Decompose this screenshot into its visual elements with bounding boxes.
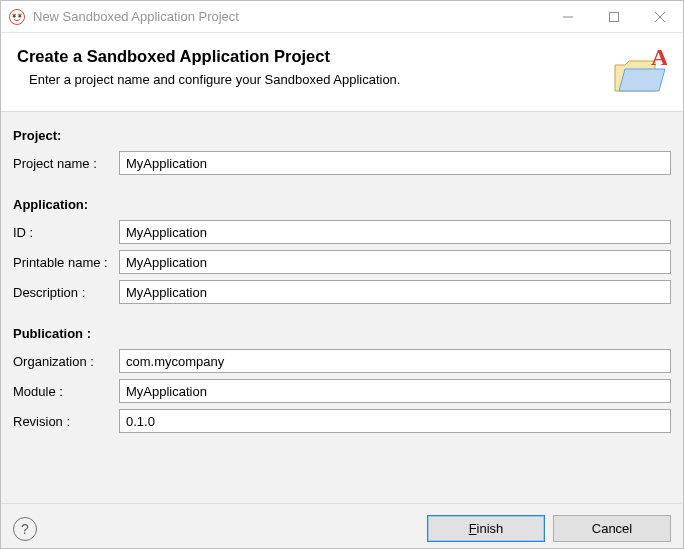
cancel-button[interactable]: Cancel — [553, 515, 671, 542]
app-description-label: Description : — [13, 285, 119, 300]
row-app-id: ID : — [13, 220, 671, 244]
project-name-label: Project name : — [13, 156, 119, 171]
row-pub-org: Organization : — [13, 349, 671, 373]
app-id-input[interactable] — [119, 220, 671, 244]
maximize-button[interactable] — [591, 1, 637, 32]
svg-rect-3 — [12, 13, 16, 14]
window-controls — [545, 1, 683, 32]
svg-point-0 — [10, 9, 25, 24]
help-button[interactable]: ? — [13, 517, 37, 541]
svg-point-2 — [18, 14, 21, 17]
window-title: New Sandboxed Application Project — [33, 9, 545, 24]
wizard-header: Create a Sandboxed Application Project E… — [1, 33, 683, 112]
app-printable-input[interactable] — [119, 250, 671, 274]
finish-label-rest: inish — [477, 521, 504, 536]
form-area: Project: Project name : Application: ID … — [1, 112, 683, 503]
pub-org-input[interactable] — [119, 349, 671, 373]
close-button[interactable] — [637, 1, 683, 32]
page-subtitle: Enter a project name and configure your … — [29, 72, 603, 87]
row-project-name: Project name : — [13, 151, 671, 175]
app-printable-label: Printable name : — [13, 255, 119, 270]
svg-rect-6 — [610, 12, 619, 21]
svg-point-1 — [13, 14, 16, 17]
page-title: Create a Sandboxed Application Project — [17, 47, 603, 66]
svg-text:A: A — [651, 47, 667, 70]
svg-rect-4 — [18, 13, 22, 14]
minimize-button[interactable] — [545, 1, 591, 32]
app-icon — [9, 9, 25, 25]
button-bar: ? Finish Cancel — [1, 503, 683, 549]
row-pub-module: Module : — [13, 379, 671, 403]
pub-module-input[interactable] — [119, 379, 671, 403]
row-pub-revision: Revision : — [13, 409, 671, 433]
project-name-input[interactable] — [119, 151, 671, 175]
section-application: Application: — [13, 197, 671, 212]
row-app-printable: Printable name : — [13, 250, 671, 274]
app-id-label: ID : — [13, 225, 119, 240]
section-publication: Publication : — [13, 326, 671, 341]
pub-module-label: Module : — [13, 384, 119, 399]
finish-button[interactable]: Finish — [427, 515, 545, 542]
section-project: Project: — [13, 128, 671, 143]
row-app-description: Description : — [13, 280, 671, 304]
pub-revision-input[interactable] — [119, 409, 671, 433]
finish-mnemonic: F — [469, 521, 477, 536]
titlebar: New Sandboxed Application Project — [1, 1, 683, 33]
folder-app-icon: A — [611, 47, 667, 95]
app-description-input[interactable] — [119, 280, 671, 304]
pub-revision-label: Revision : — [13, 414, 119, 429]
pub-org-label: Organization : — [13, 354, 119, 369]
